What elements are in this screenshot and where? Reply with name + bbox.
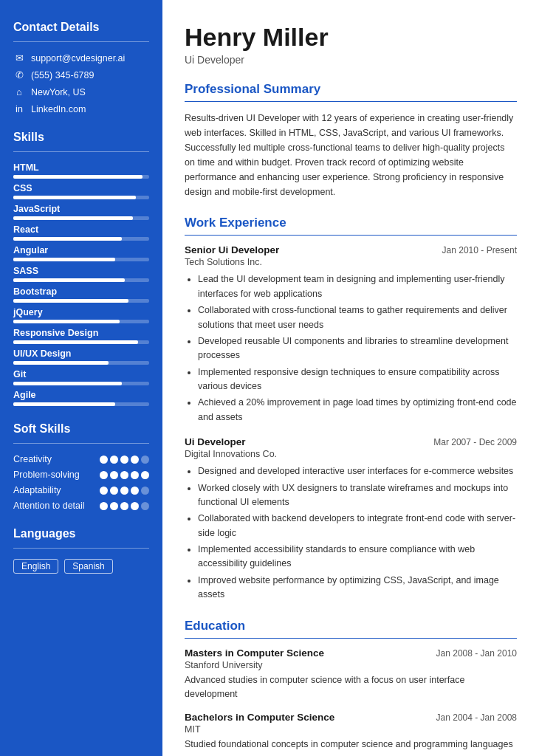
- dot: [110, 456, 118, 464]
- language-tag: Spanish: [64, 559, 112, 574]
- language-tag: English: [13, 559, 58, 574]
- job-bullet: Lead the UI development team in designin…: [198, 272, 517, 301]
- skill-name: JavaScript: [13, 204, 149, 214]
- dot: [120, 471, 128, 479]
- skill-bar-bg: [13, 402, 149, 406]
- contact-location: ⌂ NewYork, US: [13, 86, 149, 97]
- job-bullets: Lead the UI development team in designin…: [185, 272, 517, 425]
- contact-email: ✉ support@cvdesigner.ai: [13, 52, 149, 63]
- skill-name: jQuery: [13, 307, 149, 317]
- dot: [141, 502, 149, 510]
- job-header: Ui Developer Mar 2007 - Dec 2009: [185, 436, 517, 447]
- skill-dots: [100, 471, 149, 479]
- skill-bar-bg: [13, 320, 149, 323]
- dot: [100, 502, 108, 510]
- skill-item: Bootstrap: [13, 286, 149, 303]
- job-bullet: Designed and developed interactive user …: [198, 464, 517, 478]
- language-tags: EnglishSpanish: [13, 559, 149, 574]
- skill-item: UI/UX Design: [13, 348, 149, 365]
- education-list: Masters in Computer Science Jan 2008 - J…: [185, 647, 517, 752]
- soft-skill-name: Attention to detail: [13, 501, 100, 511]
- sidebar: Contact Details ✉ support@cvdesigner.ai …: [0, 0, 162, 756]
- skill-bar-bg: [13, 340, 149, 344]
- contact-section: Contact Details ✉ support@cvdesigner.ai …: [13, 21, 149, 114]
- education-title: Education: [185, 619, 517, 633]
- skill-item: jQuery: [13, 307, 149, 323]
- dot: [131, 487, 139, 495]
- edu-header: Masters in Computer Science Jan 2008 - J…: [185, 647, 517, 659]
- soft-skill-row: Creativity: [13, 454, 149, 464]
- edu-school: MIT: [185, 724, 517, 735]
- edu-school: Stanford University: [185, 660, 517, 670]
- soft-skill-name: Adaptability: [13, 485, 100, 495]
- dot: [100, 471, 108, 479]
- skill-bar-fill: [13, 299, 128, 303]
- professional-summary-text: Results-driven UI Developer with 12 year…: [185, 111, 517, 199]
- dot: [141, 456, 149, 464]
- professional-summary-divider: [185, 101, 517, 102]
- skill-bar-fill: [13, 402, 115, 406]
- skills-title: Skills: [13, 131, 149, 144]
- edu-dates: Jan 2004 - Jan 2008: [436, 712, 517, 723]
- dot: [131, 502, 139, 510]
- contact-linkedin: in LinkedIn.com: [13, 103, 149, 114]
- skill-name: HTML: [13, 162, 149, 173]
- education-section: Education Masters in Computer Science Ja…: [185, 619, 517, 752]
- email-icon: ✉: [13, 52, 25, 63]
- dot: [110, 502, 118, 510]
- skill-bar-bg: [13, 175, 149, 179]
- job-bullet: Collaborated with cross-functional teams…: [198, 303, 517, 332]
- work-experience-title: Work Experience: [185, 216, 517, 230]
- skill-item: HTML: [13, 162, 149, 179]
- job-bullet: Improved website performance by optimizi…: [198, 574, 517, 602]
- work-experience-divider: [185, 235, 517, 236]
- skills-divider: [13, 151, 149, 152]
- skill-item: React: [13, 224, 149, 241]
- skill-bar-fill: [13, 278, 125, 282]
- skill-name: CSS: [13, 183, 149, 193]
- skill-bar-bg: [13, 361, 149, 365]
- professional-summary-title: Professional Summary: [185, 82, 517, 97]
- dot: [120, 456, 128, 464]
- skill-bar-fill: [13, 237, 122, 241]
- dot: [110, 471, 118, 479]
- education-entry: Bachelors in Computer Science Jan 2004 -…: [185, 712, 517, 752]
- skill-name: Agile: [13, 390, 149, 400]
- skill-item: JavaScript: [13, 204, 149, 220]
- candidate-name: Henry Miller: [185, 24, 517, 51]
- job-bullet: Implemented responsive design techniques…: [198, 365, 517, 394]
- skill-bar-bg: [13, 258, 149, 261]
- languages-section: Languages EnglishSpanish: [13, 527, 149, 574]
- job-bullet: Implemented accessibility standards to e…: [198, 543, 517, 571]
- skill-dots: [100, 502, 149, 510]
- contact-phone: ✆ (555) 345-6789: [13, 69, 149, 80]
- linkedin-icon: in: [13, 103, 25, 114]
- job-bullet: Collaborated with backend developers to …: [198, 512, 517, 540]
- soft-skills-title: Soft Skills: [13, 422, 149, 436]
- skill-name: UI/UX Design: [13, 348, 149, 359]
- skill-bar-fill: [13, 320, 120, 323]
- skill-name: Bootstrap: [13, 286, 149, 297]
- job-title: Ui Developer: [185, 436, 246, 447]
- job-bullet: Worked closely with UX designers to tran…: [198, 481, 517, 510]
- skill-name: SASS: [13, 266, 149, 276]
- dot: [131, 456, 139, 464]
- edu-description: Studied foundational concepts in compute…: [185, 738, 517, 752]
- skill-item: Angular: [13, 245, 149, 261]
- job-bullets: Designed and developed interactive user …: [185, 464, 517, 602]
- dot: [141, 487, 149, 495]
- location-icon: ⌂: [13, 86, 25, 97]
- skill-bar-fill: [13, 216, 133, 220]
- skill-name: Git: [13, 369, 149, 379]
- dot: [120, 502, 128, 510]
- skill-bar-bg: [13, 237, 149, 241]
- soft-skills-section: Soft Skills CreativityProblem-solvingAda…: [13, 422, 149, 511]
- work-experience-section: Work Experience Senior Ui Developer Jan …: [185, 216, 517, 602]
- soft-skills-divider: [13, 443, 149, 444]
- job-company: Tech Solutions Inc.: [185, 257, 517, 267]
- skill-bar-bg: [13, 216, 149, 220]
- contact-divider: [13, 41, 149, 42]
- skill-name: Angular: [13, 245, 149, 255]
- soft-skill-row: Problem-solving: [13, 470, 149, 480]
- skill-bar-fill: [13, 175, 143, 179]
